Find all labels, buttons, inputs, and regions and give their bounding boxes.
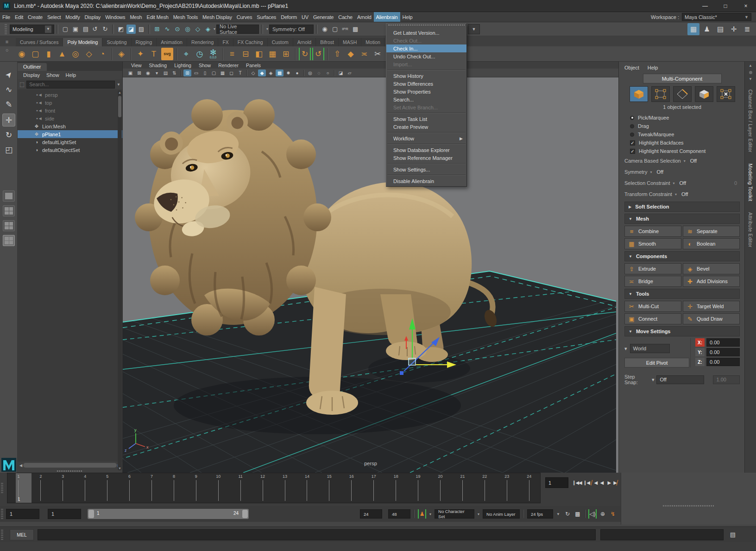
edge-mode-button[interactable] (673, 86, 692, 102)
menu-item-show-properties[interactable]: Show Properties (386, 88, 466, 95)
anim-layer-field[interactable]: No Anim Layer (483, 509, 520, 519)
poly-disc-icon[interactable]: ◔ (96, 48, 108, 60)
shelf-tab-poly-modeling[interactable]: Poly Modeling (63, 38, 102, 46)
lasso-tool[interactable]: ∿ (2, 83, 15, 96)
shaded-icon[interactable]: ◆ (258, 70, 266, 76)
safe-action-icon[interactable]: ◻ (227, 70, 235, 76)
close-button[interactable]: × (736, 0, 756, 12)
subdivide-icon[interactable]: ⊞ (280, 48, 292, 60)
poly-sphere-icon[interactable]: ◉ (16, 48, 28, 60)
shelf-tab-animation[interactable]: Animation (157, 38, 187, 46)
menu-item-search[interactable]: Search... (386, 95, 466, 103)
outliner-item-top[interactable]: ▪◄top (18, 99, 122, 107)
menu-item-get-latest-version[interactable]: Get Latest Version... (386, 29, 466, 37)
wireframe-on-shaded-icon[interactable]: ◈ (267, 70, 275, 76)
tool-settings-toggle-icon[interactable]: ✛ (728, 23, 740, 35)
menu-display[interactable]: Display (82, 12, 103, 22)
playblast-icon[interactable]: ▩ (573, 510, 582, 518)
snap-to-point-icon[interactable]: ⊙ (173, 25, 182, 34)
animation-start-field[interactable]: 1 (6, 509, 39, 519)
chevron-down-icon[interactable]: ▼ (556, 512, 560, 516)
humanik-toggle-icon[interactable]: ♟ (701, 23, 713, 35)
smooth-button[interactable]: ▦Smooth (624, 238, 681, 249)
object-mode-button[interactable] (630, 86, 648, 102)
frame-21[interactable]: 21 (451, 473, 473, 503)
menu-mesh-tools[interactable]: Mesh Tools (171, 12, 200, 22)
menu-item-show-task-list[interactable]: Show Task List (386, 115, 466, 123)
tab-channel-box-layer-editor[interactable]: Channel Box / Layer Editor (748, 85, 753, 157)
rotate-tool[interactable]: ↻ (2, 128, 15, 141)
frame-19[interactable]: 19 (407, 473, 429, 503)
render-view-icon[interactable]: ◉ (320, 25, 329, 34)
viewport-menu-renderer[interactable]: Renderer (218, 63, 239, 68)
ipr-render-icon[interactable]: IPR (340, 25, 350, 34)
frame-23[interactable]: 23 (496, 473, 518, 503)
open-scene-icon[interactable]: ▣ (71, 25, 80, 34)
snap-to-grid-icon[interactable]: ⊞ (152, 25, 162, 34)
frame-14[interactable]: 14 (296, 473, 318, 503)
frame-15[interactable]: 15 (318, 473, 340, 503)
duplicate-face-icon[interactable]: ◧ (253, 48, 265, 60)
status-field-dropdown-fragment[interactable]: ▼ (468, 24, 480, 34)
menu-surfaces[interactable]: Surfaces (254, 12, 278, 22)
outliner-item-defaultobjectset[interactable]: ◑defaultObjectSet (18, 146, 122, 154)
frame-7[interactable]: 7 (141, 473, 163, 503)
combine-icon[interactable]: ≡ (226, 48, 238, 60)
chevron-down-icon[interactable]: ▼ (117, 82, 120, 87)
tab-modeling-toolkit[interactable]: Modeling Toolkit (748, 159, 753, 206)
gate-mask-icon[interactable]: ▢ (210, 70, 218, 76)
shelf-tab-custom[interactable]: Custom (268, 38, 293, 46)
frame-9[interactable]: 9 (185, 473, 207, 503)
image-plane-icon[interactable]: ▤ (162, 70, 170, 76)
radio-tweak-marquee[interactable]: Tweak/Marquee (624, 130, 740, 139)
frame-1[interactable]: 1 (7, 473, 30, 503)
script-editor-icon[interactable]: ▤ (728, 530, 737, 539)
save-scene-icon[interactable]: ▤ (81, 25, 90, 34)
move-tool[interactable]: ✛ (2, 114, 15, 127)
range-end-handle[interactable] (242, 510, 248, 518)
menu-generate[interactable]: Generate (311, 12, 336, 22)
viewport-menu-view[interactable]: View (131, 63, 142, 68)
menu-mesh[interactable]: Mesh (127, 12, 144, 22)
paint-select-tool[interactable]: ✎ (2, 98, 15, 111)
viewport-menu-panels[interactable]: Panels (246, 63, 261, 68)
camera-lock-icon[interactable]: ⊠ (135, 70, 143, 76)
multi-component-mode-button[interactable] (717, 86, 735, 102)
frame-16[interactable]: 16 (340, 473, 363, 503)
resolution-gate-icon[interactable]: ▯ (201, 70, 209, 76)
undo-icon[interactable]: ↺ (90, 25, 100, 34)
layout-persp-outliner-button[interactable] (3, 220, 15, 231)
playback-start-field[interactable]: 1 (48, 509, 81, 519)
menu-arnold[interactable]: Arnold (355, 12, 374, 22)
menu-set-selector[interactable]: Modeling▼ (10, 25, 54, 34)
dropdown-camera-based-selection[interactable]: Camera Based Selection▾Off (624, 155, 740, 166)
menu-item-undo-check-out[interactable]: Undo Check Out... (386, 52, 466, 60)
outliner-item-persp[interactable]: ▪◄persp (18, 91, 122, 99)
bevel-icon[interactable]: ◆ (345, 48, 357, 60)
poly-cylinder-icon[interactable]: ▮ (43, 48, 55, 60)
type-tool-icon[interactable]: T (148, 48, 160, 60)
poly-plane-icon[interactable]: ◇ (83, 48, 95, 60)
section-mesh[interactable]: ▼Mesh (624, 214, 740, 224)
outliner-item-pplane1[interactable]: ✥pPlane1 (18, 130, 122, 138)
panel-resize-handle[interactable] (663, 505, 714, 507)
outliner-item-lion-mesh[interactable]: ✥Lion:Mesh (18, 122, 122, 130)
add-divisions-button[interactable]: ✚Add Divisions (683, 276, 740, 287)
select-by-component-icon[interactable]: ▨ (137, 25, 146, 34)
menu-item-create-preview[interactable]: Create Preview (386, 123, 466, 131)
multi-component-button[interactable]: Multi-Component (643, 74, 722, 83)
scale-tool[interactable]: ◰ (2, 143, 15, 156)
time-marker-icon[interactable]: ⊕ (598, 510, 607, 518)
snap-to-projected-center-icon[interactable]: ◎ (183, 25, 192, 34)
frame-6[interactable]: 6 (119, 473, 141, 503)
new-scene-icon[interactable]: ▢ (61, 25, 70, 34)
minimize-button[interactable]: — (695, 0, 715, 12)
menu-item-workflow[interactable]: Workflow▶ (386, 134, 466, 142)
current-frame-field[interactable]: 1 (545, 477, 568, 488)
vertex-mode-button[interactable] (651, 86, 670, 102)
timeline-strip[interactable]: 1 12345678910111213141516171819202122232… (7, 473, 541, 503)
outliner-menu-display[interactable]: Display (23, 72, 40, 78)
safe-title-icon[interactable]: T (236, 70, 244, 76)
render-current-frame-icon[interactable]: ▢ (330, 25, 340, 34)
shelf-menu-handle[interactable]: ≡○ (1, 39, 13, 59)
